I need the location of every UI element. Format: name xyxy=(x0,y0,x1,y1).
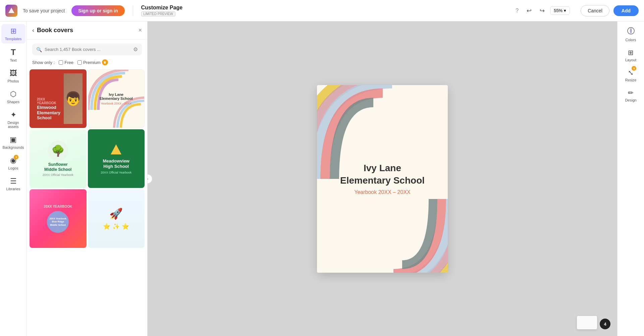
template-card-meadow[interactable]: MeadowviewHigh School 20XX Official Year… xyxy=(88,129,145,188)
divider xyxy=(133,5,133,16)
panel-toggle-button[interactable]: › xyxy=(148,174,152,184)
panel-header: ‹ Book covers × xyxy=(27,21,147,40)
template-card-yearbook-red[interactable]: 20XX YEARBOOK Elmwood Elementary School … xyxy=(30,69,87,128)
sidebar-item-backgrounds[interactable]: ▣ Backgrounds xyxy=(1,133,25,152)
libraries-icon: ☰ xyxy=(10,177,17,186)
template-card-sunflower[interactable]: 🌳 SunflowerMiddle School 20XX Official Y… xyxy=(30,129,87,188)
book-title-line2: Elementary School xyxy=(340,175,425,187)
triangle-icon xyxy=(109,143,123,156)
canvas-area: › Ivy Lane Elementary School Yearbook 20… xyxy=(148,21,617,336)
layout-icon: ⊞ xyxy=(628,49,634,57)
add-button[interactable]: Add xyxy=(613,5,639,16)
book-title-line1: Ivy Lane xyxy=(340,162,425,174)
ivy-card-text: Ivy LaneElementary School Yearbook 20XX … xyxy=(100,92,133,105)
right-sidebar-label-design: Design xyxy=(625,98,636,102)
sunflower-year: 20XX Official Yearbook xyxy=(43,173,73,177)
sidebar-label-design-assets: Design assets xyxy=(3,121,24,129)
right-sidebar-label-layout: Layout xyxy=(625,58,636,62)
right-sidebar-label-resize: Resize xyxy=(625,78,637,82)
cancel-button[interactable]: Cancel xyxy=(581,5,609,16)
sidebar-label-backgrounds: Backgrounds xyxy=(2,145,24,149)
blueridge-circle-text: 20XX YearbookBlue RidgeMiddle School xyxy=(50,217,66,226)
premium-filter[interactable]: Premium ♛ xyxy=(77,59,108,65)
crown-badge: ♛ xyxy=(14,155,18,159)
template-column-1: 20XX YEARBOOK Elmwood Elementary School … xyxy=(30,69,87,336)
design-icon: ✏ xyxy=(628,89,634,97)
book-subtitle: Yearbook 20XX – 20XX xyxy=(340,189,425,195)
sidebar-item-libraries[interactable]: ☰ Libraries xyxy=(1,174,25,194)
resize-crown-badge: ♛ xyxy=(632,66,636,71)
filter-label: Show only : xyxy=(32,60,55,65)
save-prompt: To save your project xyxy=(23,8,65,13)
zoom-chevron-icon: ▾ xyxy=(564,8,566,13)
sidebar-item-text[interactable]: T Text xyxy=(1,45,25,65)
undo-button[interactable]: ↩ xyxy=(524,6,534,16)
sidebar-item-design-assets[interactable]: ✦ Design assets xyxy=(1,108,25,131)
search-input[interactable] xyxy=(45,47,130,52)
right-sidebar-item-colors[interactable]: Colors xyxy=(619,24,643,45)
signin-button[interactable]: Sign up or sign in xyxy=(71,5,124,16)
tree-icon: 🌳 xyxy=(48,141,68,161)
photo-placeholder: 👦 xyxy=(65,91,82,107)
right-sidebar-item-layout[interactable]: ⊞ Layout xyxy=(619,46,643,65)
help-icon[interactable]: ? xyxy=(516,8,519,14)
card-school-name: Elmwood Elementary School xyxy=(37,105,60,121)
sidebar-label-shapes: Shapes xyxy=(7,100,19,104)
sidebar-item-templates[interactable]: ⊞ Templates xyxy=(1,24,25,44)
search-bar: 🔍 ⚙ xyxy=(32,44,142,55)
premium-checkbox[interactable] xyxy=(77,60,82,65)
templates-icon: ⊞ xyxy=(10,27,16,36)
topbar-right: Cancel Add xyxy=(581,5,639,16)
sidebar-item-shapes[interactable]: ⬡ Shapes xyxy=(1,87,25,107)
svg-marker-0 xyxy=(8,8,14,13)
template-card-blueridge[interactable]: 20XX YEARBOOK 20XX YearbookBlue RidgeMid… xyxy=(30,189,87,248)
template-column-2: Ivy LaneElementary School Yearbook 20XX … xyxy=(88,69,145,336)
topbar: To save your project Sign up or sign in … xyxy=(0,0,644,21)
template-grid: 20XX YEARBOOK Elmwood Elementary School … xyxy=(27,69,147,336)
resize-badge-overlay: ⤡ ♛ xyxy=(628,69,634,77)
right-sidebar: Colors ⊞ Layout ⤡ ♛ Resize ✏ Design xyxy=(617,21,644,336)
right-sidebar-item-design[interactable]: ✏ Design xyxy=(619,86,643,105)
right-sidebar-item-resize[interactable]: ⤡ ♛ Resize xyxy=(619,66,643,85)
template-card-ivy[interactable]: Ivy LaneElementary School Yearbook 20XX … xyxy=(88,69,145,128)
premium-label: Premium xyxy=(83,60,101,65)
left-sidebar: ⊞ Templates T Text 🖼 Photos ⬡ Shapes ✦ D… xyxy=(0,21,27,336)
rocket-icon: 🚀 xyxy=(109,207,123,220)
app-logo xyxy=(5,5,17,17)
page-title: Customize Page xyxy=(141,5,509,11)
free-label: Free xyxy=(64,60,73,65)
sidebar-label-libraries: Libraries xyxy=(6,187,20,191)
panel-back-button[interactable]: ‹ xyxy=(32,27,34,34)
free-filter[interactable]: Free xyxy=(59,60,73,65)
meadow-year: 20XX Official Yearbook xyxy=(101,171,131,174)
template-card-space[interactable]: 🚀 ⭐✨⭐ xyxy=(88,189,145,248)
meadow-school: MeadowviewHigh School xyxy=(103,158,129,169)
free-checkbox[interactable] xyxy=(59,60,63,65)
main-layout: ⊞ Templates T Text 🖼 Photos ⬡ Shapes ✦ D… xyxy=(0,21,644,336)
sidebar-item-logos[interactable]: ◉ ♛ Logos xyxy=(1,153,25,173)
sunflower-school: SunflowerMiddle School xyxy=(44,162,71,172)
sidebar-label-templates: Templates xyxy=(5,37,21,41)
sidebar-item-photos[interactable]: 🖼 Photos xyxy=(1,66,25,86)
title-area: Customize Page LIMITED PREVIEW xyxy=(141,5,509,16)
book-canvas[interactable]: Ivy Lane Elementary School Yearbook 20XX… xyxy=(317,85,448,273)
filter-row: Show only : Free Premium ♛ xyxy=(27,59,147,69)
sidebar-label-photos: Photos xyxy=(7,79,19,83)
zoom-value: 55% xyxy=(554,8,562,13)
sidebar-label-text: Text xyxy=(10,58,16,62)
filter-icon[interactable]: ⚙ xyxy=(133,46,138,53)
shapes-icon: ⬡ xyxy=(10,90,16,98)
stars-icons: ⭐✨⭐ xyxy=(103,223,129,230)
photos-icon: 🖼 xyxy=(10,69,17,78)
sidebar-label-logos: Logos xyxy=(8,166,18,170)
right-sidebar-label-colors: Colors xyxy=(626,38,636,42)
template-panel: ‹ Book covers × 🔍 ⚙ Show only : Free Pre… xyxy=(27,21,148,336)
zoom-control[interactable]: 55% ▾ xyxy=(550,6,570,15)
design-assets-icon: ✦ xyxy=(10,111,16,119)
premium-badge-icon: ♛ xyxy=(102,59,108,65)
redo-button[interactable]: ↪ xyxy=(537,6,547,16)
toolbar-center: ↩ ↪ 55% ▾ xyxy=(524,6,570,16)
logos-badge-overlay: ◉ ♛ xyxy=(10,156,16,165)
preview-badge: LIMITED PREVIEW xyxy=(141,11,175,16)
panel-close-button[interactable]: × xyxy=(138,27,142,34)
